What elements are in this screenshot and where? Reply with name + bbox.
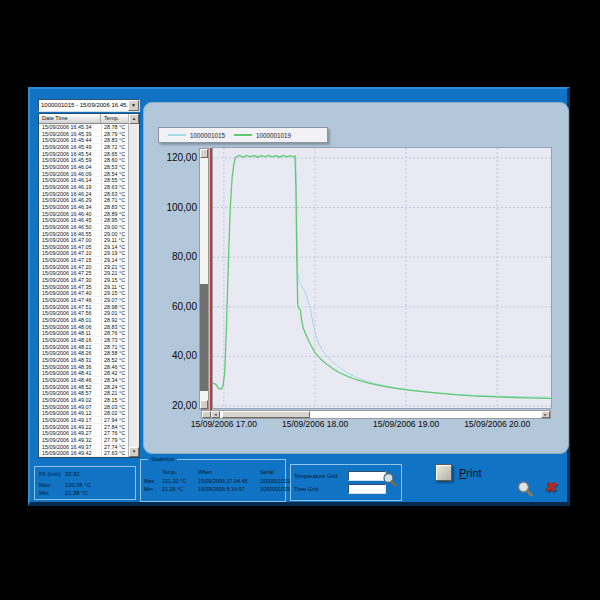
horizontal-scroll-thumb[interactable]: [222, 411, 310, 418]
table-row[interactable]: 15/09/2006 16.47.1029.19 °C: [39, 250, 129, 257]
plot-area: [212, 147, 552, 409]
time-grid-input[interactable]: [348, 484, 386, 494]
legend-label: 1000001019: [256, 132, 291, 139]
table-row[interactable]: 15/09/2006 16.48.1128.76 °C: [39, 330, 129, 337]
scroll-top-button[interactable]: [200, 149, 208, 158]
table-row[interactable]: 15/09/2006 16.46.4028.89 °C: [39, 211, 129, 218]
table-row[interactable]: 15/09/2006 16.47.2029.21 °C: [39, 264, 129, 271]
statistics-table: Temp. When Serial Max 121.20 °C 15/09/20…: [144, 468, 282, 494]
table-row[interactable]: 15/09/2006 16.48.2628.58 °C: [39, 350, 129, 357]
scroll-left-icon[interactable]: ◄: [211, 411, 220, 418]
table-row[interactable]: 15/09/2006 16.48.3628.46 °C: [39, 364, 129, 371]
table-row[interactable]: 15/09/2006 16.46.2428.63 °C: [39, 191, 129, 198]
table-row[interactable]: 15/09/2006 16.48.4628.34 °C: [39, 377, 129, 384]
table-row[interactable]: 15/09/2006 16.45.4928.72 °C: [39, 144, 129, 151]
f0-panel: F0 (min)32.92 Max:120.36 °C Min:21.38 °C: [34, 466, 136, 500]
grid-controls-panel: Temperature Grid Time Grid: [290, 464, 402, 501]
temperature-grid-input[interactable]: [348, 471, 386, 481]
table-row[interactable]: 15/09/2006 16.49.3227.79 °C: [39, 437, 129, 444]
table-row[interactable]: 15/09/2006 16.49.3727.74 °C: [39, 444, 129, 451]
table-row[interactable]: 15/09/2006 16.47.0029.11 °C: [39, 237, 129, 244]
stats-max-when: 15/09/2006 17.04.45: [198, 477, 260, 486]
table-row[interactable]: 15/09/2006 16.48.5228.24 °C: [39, 384, 129, 391]
chart-vertical-scrollbar[interactable]: [199, 148, 209, 410]
stats-max-temp: 121.20 °C: [162, 477, 198, 486]
table-row[interactable]: 15/09/2006 16.49.0728.03 °C: [39, 404, 129, 411]
print-button[interactable]: Print: [435, 464, 482, 481]
scroll-right-icon[interactable]: ►: [541, 411, 550, 418]
magnifier-icon: [516, 480, 534, 498]
chevron-down-icon[interactable]: ▼: [128, 100, 139, 111]
max-label: Max:: [39, 481, 65, 489]
min-label: Min:: [39, 489, 65, 497]
stats-min-label: Min: [144, 485, 162, 494]
stats-max-label: Max: [144, 477, 162, 486]
stats-min-temp: 21.26 °C: [162, 485, 198, 494]
table-row[interactable]: 15/09/2006 16.45.3928.79 °C: [39, 131, 129, 138]
table-scrollbar[interactable]: ▲ ▼: [128, 114, 139, 457]
readings-table: Date Time Temp. 15/09/2006 16.45.3428.78…: [38, 113, 140, 458]
chart-horizontal-scrollbar[interactable]: ◄ ►: [201, 410, 551, 419]
table-row[interactable]: 15/09/2006 16.46.2928.71 °C: [39, 197, 129, 204]
dataset-selector[interactable]: 1000001015 - 15/09/2006 16.45.34 ▼: [38, 99, 140, 112]
scroll-down-icon[interactable]: ▼: [129, 447, 139, 457]
time-grid-label: Time Grid: [294, 486, 348, 492]
table-row[interactable]: 15/09/2006 16.45.3428.78 °C: [39, 124, 129, 131]
table-row[interactable]: 15/09/2006 16.48.0128.92 °C: [39, 317, 129, 324]
temperature-grid-label: Temperature Grid: [294, 473, 348, 479]
max-value: 120.36 °C: [65, 481, 91, 489]
table-row[interactable]: 15/09/2006 16.46.1928.63 °C: [39, 184, 129, 191]
table-row[interactable]: 15/09/2006 16.48.5728.21 °C: [39, 390, 129, 397]
table-row[interactable]: 15/09/2006 16.49.2727.76 °C: [39, 430, 129, 437]
table-row[interactable]: 15/09/2006 16.47.0529.14 °C: [39, 244, 129, 251]
stats-min-serial: 1000001019: [260, 485, 286, 494]
table-row[interactable]: 15/09/2006 16.47.4629.07 °C: [39, 297, 129, 304]
table-row[interactable]: 15/09/2006 16.45.4428.83 °C: [39, 137, 129, 144]
scroll-corner-button[interactable]: [202, 411, 211, 418]
table-row[interactable]: 15/09/2006 16.49.1228.02 °C: [39, 410, 129, 417]
table-row[interactable]: 15/09/2006 16.49.0228.15 °C: [39, 397, 129, 404]
table-row[interactable]: 15/09/2006 16.48.2128.71 °C: [39, 344, 129, 351]
table-row[interactable]: 15/09/2006 16.46.4528.95 °C: [39, 217, 129, 224]
readings-table-header: Date Time Temp.: [39, 114, 139, 124]
y-axis-tick: 80,00: [144, 251, 197, 262]
close-button[interactable]: ✖: [540, 477, 560, 497]
table-row[interactable]: 15/09/2006 16.48.1628.73 °C: [39, 337, 129, 344]
table-row[interactable]: 15/09/2006 16.47.4029.15 °C: [39, 290, 129, 297]
x-axis-tick: 15/09/2006 19.00: [361, 419, 451, 429]
table-row[interactable]: 15/09/2006 16.46.0928.54 °C: [39, 171, 129, 178]
scroll-up-icon[interactable]: ▲: [129, 114, 139, 124]
table-row[interactable]: 15/09/2006 16.46.3428.83 °C: [39, 204, 129, 211]
legend-item: 1000001019: [234, 132, 291, 139]
table-row[interactable]: 15/09/2006 16.46.0428.53 °C: [39, 164, 129, 171]
table-row[interactable]: 15/09/2006 16.48.0628.83 °C: [39, 324, 129, 331]
table-row[interactable]: 15/09/2006 16.49.2227.84 °C: [39, 424, 129, 431]
y-axis-tick: 60,00: [144, 301, 197, 312]
scroll-bottom-button[interactable]: [200, 400, 208, 409]
table-row[interactable]: 15/09/2006 16.47.3529.11 °C: [39, 284, 129, 291]
vertical-scroll-thumb[interactable]: [200, 284, 208, 391]
y-axis-tick: 40,00: [144, 350, 197, 361]
table-row[interactable]: 15/09/2006 16.48.3128.52 °C: [39, 357, 129, 364]
table-row[interactable]: 15/09/2006 16.46.5029.00 °C: [39, 224, 129, 231]
table-row[interactable]: 15/09/2006 16.46.5529.00 °C: [39, 231, 129, 238]
printer-icon: [435, 464, 452, 481]
table-row[interactable]: 15/09/2006 16.47.1529.14 °C: [39, 257, 129, 264]
table-row[interactable]: 15/09/2006 16.45.5428.65 °C: [39, 151, 129, 158]
table-row[interactable]: 15/09/2006 16.47.5629.01 °C: [39, 310, 129, 317]
table-row[interactable]: 15/09/2006 16.46.1428.55 °C: [39, 177, 129, 184]
stats-col-temp: Temp.: [162, 468, 198, 477]
table-row[interactable]: 15/09/2006 16.47.3029.15 °C: [39, 277, 129, 284]
table-row[interactable]: 15/09/2006 16.48.4128.42 °C: [39, 370, 129, 377]
zoom-button[interactable]: [516, 480, 534, 498]
table-row[interactable]: 15/09/2006 16.47.5128.98 °C: [39, 304, 129, 311]
column-header-datetime[interactable]: Date Time: [39, 114, 101, 124]
y-axis-tick: 100,00: [144, 202, 197, 213]
table-row[interactable]: 15/09/2006 16.49.4227.63 °C: [39, 450, 129, 457]
table-row[interactable]: 15/09/2006 16.49.1727.94 °C: [39, 417, 129, 424]
apply-grid-button[interactable]: [382, 472, 398, 488]
y-axis-tick: 120,00: [144, 152, 197, 163]
table-row[interactable]: 15/09/2006 16.45.5928.60 °C: [39, 157, 129, 164]
table-row[interactable]: 15/09/2006 16.47.2529.21 °C: [39, 270, 129, 277]
readings-table-body: 15/09/2006 16.45.3428.78 °C15/09/2006 16…: [39, 124, 129, 457]
